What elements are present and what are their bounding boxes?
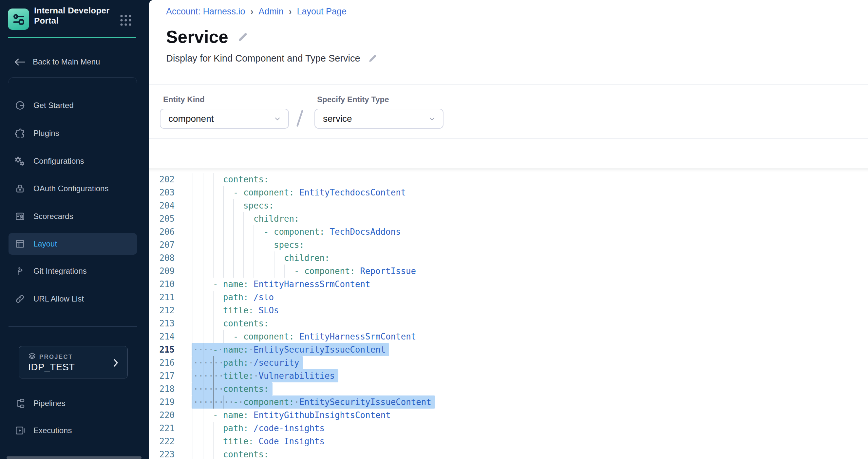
line-number[interactable]: 220 — [149, 408, 175, 422]
entity-type-value: service — [323, 113, 352, 124]
breadcrumb-account-link[interactable]: Account: Harness.io — [166, 6, 245, 17]
line-number[interactable]: 218 — [149, 383, 175, 395]
sidebar-item-executions[interactable]: Executions — [8, 420, 137, 441]
code-line[interactable]: 220 - name: EntityGithubInsightsContent — [149, 408, 868, 422]
code-text: path: /slo — [193, 291, 274, 304]
code-line[interactable]: 206 - component: TechDocsAddons — [149, 225, 868, 238]
code-line[interactable]: 203 - component: EntityTechdocsContent — [149, 186, 868, 199]
gutter-gap — [175, 356, 193, 369]
yaml-code-editor[interactable]: 202 contents:203 - component: EntityTech… — [149, 168, 868, 459]
main-content: Account: Harness.io › Admin › Layout Pag… — [149, 0, 868, 459]
gutter-gap — [175, 199, 193, 212]
indent-guide — [264, 265, 274, 277]
line-number[interactable]: 208 — [149, 252, 175, 265]
code-line[interactable]: 212 title: SLOs — [149, 304, 868, 317]
back-to-main-menu-button[interactable]: Back to Main Menu — [14, 56, 100, 68]
section-divider — [149, 84, 868, 85]
indent-guide: ·· — [193, 356, 203, 369]
sidebar-item-scorecards[interactable]: Scorecards — [8, 206, 137, 227]
code-line[interactable]: 204 specs: — [149, 199, 868, 212]
line-number[interactable]: 210 — [149, 277, 175, 291]
code-line[interactable]: 211 path: /slo — [149, 291, 868, 304]
yaml-dash: - — [213, 410, 218, 420]
line-number[interactable]: 221 — [149, 422, 175, 435]
code-line[interactable]: 213 contents: — [149, 317, 868, 330]
line-number[interactable]: 217 — [149, 369, 175, 383]
indent-guide — [203, 225, 213, 238]
line-number[interactable]: 213 — [149, 317, 175, 330]
line-number[interactable]: 214 — [149, 330, 175, 343]
selected-code-text: ······contents: — [192, 383, 273, 395]
sidebar-item-label: Plugins — [33, 129, 59, 138]
yaml-key: path: — [223, 423, 249, 433]
code-line[interactable]: 209 - component: ReportIssue — [149, 265, 868, 277]
line-number[interactable]: 216 — [149, 356, 175, 369]
code-line[interactable]: 219········-·component:·EntitySecurityIs… — [149, 395, 868, 408]
indent-guide — [213, 173, 223, 186]
indent-guide — [213, 330, 223, 343]
project-name: IDP_TEST — [28, 362, 75, 372]
sidebar-item-oauth-configurations[interactable]: OAuth Configurations — [8, 178, 137, 199]
code-line[interactable]: 217······title:·Vulnerabilities — [149, 369, 868, 383]
breadcrumb-admin-link[interactable]: Admin — [258, 6, 284, 17]
code-line[interactable]: 208 children: — [149, 252, 868, 265]
line-number[interactable]: 223 — [149, 448, 175, 459]
indent-guide — [223, 199, 233, 212]
sidebar-item-url-allow-list[interactable]: URL Allow List — [8, 288, 137, 310]
app-title: Internal Developer Portal — [34, 6, 110, 26]
edit-pencil-icon[interactable] — [237, 31, 248, 42]
edit-pencil-icon[interactable] — [368, 54, 377, 63]
idp-logo-icon[interactable] — [8, 8, 29, 30]
layout-icon — [14, 238, 26, 250]
code-line[interactable]: 214 - component: EntityHarnessSrmContent — [149, 330, 868, 343]
indent-guide — [223, 265, 233, 277]
sidebar-item-configurations[interactable]: Configurations — [8, 150, 137, 172]
code-line[interactable]: 216······path:·/security — [149, 356, 868, 369]
entity-type-select[interactable]: service — [314, 109, 443, 129]
line-number[interactable]: 202 — [149, 173, 175, 186]
yaml-dash: - — [213, 345, 218, 355]
code-line[interactable]: 222 title: Code Insights — [149, 435, 868, 448]
yaml-value: EntityHarnessSrmContent — [299, 332, 416, 341]
project-eyebrow-label: PROJECT — [39, 354, 73, 360]
line-number[interactable]: 212 — [149, 304, 175, 317]
indent-guide — [253, 225, 264, 238]
line-number[interactable]: 206 — [149, 225, 175, 238]
code-line[interactable]: 210 - name: EntityHarnessSrmContent — [149, 277, 868, 291]
yaml-key: title: — [223, 436, 253, 446]
line-number[interactable]: 211 — [149, 291, 175, 304]
line-number[interactable]: 215 — [149, 343, 175, 356]
line-number[interactable]: 203 — [149, 186, 175, 199]
code-line[interactable]: 221 path: /code-insights — [149, 422, 868, 435]
code-line[interactable]: 223 contents: — [149, 448, 868, 459]
sidebar-item-get-started[interactable]: Get Started — [8, 95, 137, 116]
horizontal-scrollbar-thumb[interactable] — [6, 456, 142, 459]
code-line[interactable]: 202 contents: — [149, 173, 868, 186]
line-number[interactable]: 205 — [149, 212, 175, 225]
code-line[interactable]: 207 specs: — [149, 238, 868, 252]
sidebar-item-git-integrations[interactable]: Git Integrations — [8, 260, 137, 282]
indent-guide — [233, 225, 243, 238]
breadcrumb-layout-page-link[interactable]: Layout Page — [297, 6, 347, 17]
sidebar-item-pipelines[interactable]: Pipelines — [8, 393, 137, 414]
entity-kind-select[interactable]: component — [160, 109, 289, 129]
yaml-value: EntityTechdocsContent — [299, 188, 406, 197]
line-number[interactable]: 207 — [149, 238, 175, 252]
code-line[interactable]: 215····-·name:·EntitySecurityIssueConten… — [149, 343, 868, 356]
indent-guide: ·· — [213, 395, 223, 408]
indent-guide — [193, 435, 203, 448]
sidebar-item-plugins[interactable]: Plugins — [8, 123, 137, 144]
gears-icon — [14, 156, 26, 167]
line-number[interactable]: 219 — [149, 395, 175, 408]
code-line[interactable]: 218······contents: — [149, 383, 868, 395]
apps-grid-icon[interactable] — [120, 14, 132, 26]
code-line[interactable]: 205 children: — [149, 212, 868, 225]
code-text: - name: EntityHarnessSrmContent — [193, 277, 370, 291]
line-number[interactable]: 204 — [149, 199, 175, 212]
selected-code-text: ········-·component:·EntitySecurityIssue… — [192, 395, 435, 408]
sidebar-item-layout[interactable]: Layout — [8, 233, 137, 255]
project-selector[interactable]: PROJECT IDP_TEST — [19, 346, 128, 379]
line-number[interactable]: 209 — [149, 265, 175, 277]
indent-guide: ·· — [193, 343, 203, 356]
line-number[interactable]: 222 — [149, 435, 175, 448]
